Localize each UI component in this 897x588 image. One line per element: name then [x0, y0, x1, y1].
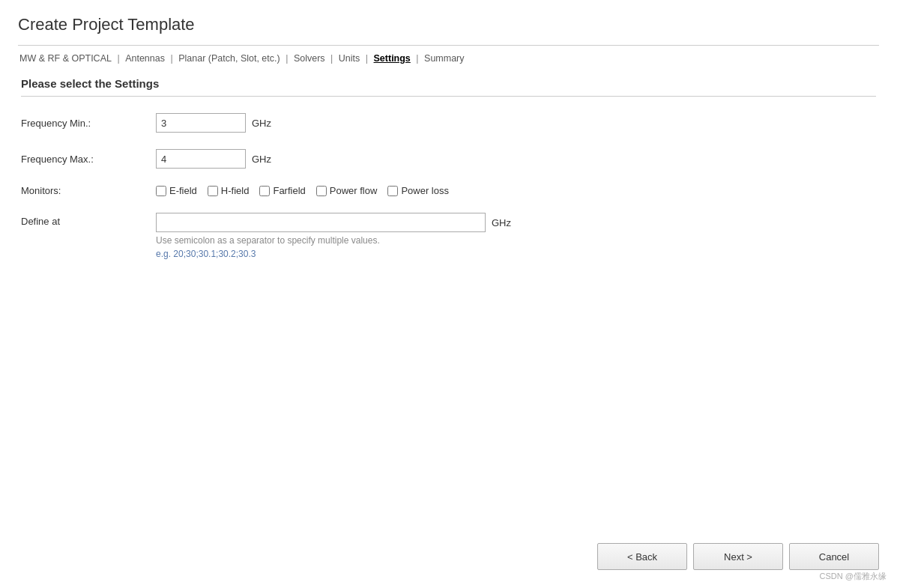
freq-max-input[interactable]	[156, 149, 246, 169]
define-at-input-row: GHz	[156, 213, 511, 232]
monitor-efield-checkbox[interactable]	[156, 186, 166, 196]
breadcrumb-item-3[interactable]: Solvers	[294, 53, 325, 64]
breadcrumb-item-6[interactable]: Summary	[424, 53, 464, 64]
define-at-label: Define at	[21, 213, 156, 227]
monitor-hfield[interactable]: H-field	[208, 185, 250, 196]
monitor-powerloss-checkbox[interactable]	[387, 186, 398, 196]
monitor-farfield-checkbox[interactable]	[259, 186, 270, 196]
breadcrumb-item-1[interactable]: Antennas	[125, 53, 165, 64]
freq-max-row: Frequency Max.: GHz	[21, 149, 876, 169]
form-area: Please select the Settings Frequency Min…	[18, 77, 879, 534]
next-button[interactable]: Next >	[693, 543, 783, 570]
breadcrumb-item-0[interactable]: MW & RF & OPTICAL	[19, 53, 112, 64]
monitor-hfield-checkbox[interactable]	[208, 186, 218, 196]
monitor-efield[interactable]: E-field	[156, 185, 197, 196]
breadcrumb: MW & RF & OPTICAL | Antennas | Planar (P…	[18, 45, 879, 64]
freq-min-input-group: GHz	[156, 113, 271, 133]
monitor-powerflow-checkbox[interactable]	[316, 186, 327, 196]
define-at-input-group: GHz Use semicolon as a separator to spec…	[156, 213, 511, 259]
monitor-powerloss-label: Power loss	[401, 185, 449, 196]
dialog-container: Create Project Template MW & RF & OPTICA…	[0, 0, 897, 588]
freq-max-input-group: GHz	[156, 149, 271, 169]
monitor-hfield-label: H-field	[221, 185, 250, 196]
back-button[interactable]: < Back	[597, 543, 687, 570]
breadcrumb-item-2[interactable]: Planar (Patch, Slot, etc.)	[178, 53, 280, 64]
monitor-farfield[interactable]: Farfield	[259, 185, 305, 196]
monitor-efield-label: E-field	[169, 185, 197, 196]
dialog-title: Create Project Template	[18, 15, 879, 34]
monitor-powerflow-label: Power flow	[330, 185, 378, 196]
freq-min-row: Frequency Min.: GHz	[21, 113, 876, 133]
define-at-hint: Use semicolon as a separator to specify …	[156, 235, 511, 246]
freq-min-label: Frequency Min.:	[21, 118, 156, 129]
define-at-row: Define at GHz Use semicolon as a separat…	[21, 213, 876, 259]
watermark: CSDN @儒雅永缘	[820, 571, 887, 582]
breadcrumb-item-4[interactable]: Units	[339, 53, 360, 64]
monitor-powerloss[interactable]: Power loss	[387, 185, 449, 196]
breadcrumb-item-5-active[interactable]: Settings	[374, 53, 411, 64]
freq-max-unit: GHz	[252, 154, 271, 165]
freq-min-input[interactable]	[156, 113, 246, 133]
monitor-farfield-label: Farfield	[273, 185, 305, 196]
define-at-example: e.g. 20;30;30.1;30.2;30.3	[156, 249, 511, 259]
monitor-powerflow[interactable]: Power flow	[316, 185, 378, 196]
monitors-options: E-field H-field Farfield Power flow Powe…	[156, 185, 449, 196]
define-at-input[interactable]	[156, 213, 486, 232]
button-bar: < Back Next > Cancel	[18, 534, 879, 573]
monitors-label: Monitors:	[21, 185, 156, 196]
freq-min-unit: GHz	[252, 118, 271, 129]
monitors-row: Monitors: E-field H-field Farfield Power…	[21, 185, 876, 196]
cancel-button[interactable]: Cancel	[789, 543, 879, 570]
freq-max-label: Frequency Max.:	[21, 154, 156, 165]
define-at-unit: GHz	[492, 217, 511, 228]
section-title: Please select the Settings	[21, 77, 876, 97]
